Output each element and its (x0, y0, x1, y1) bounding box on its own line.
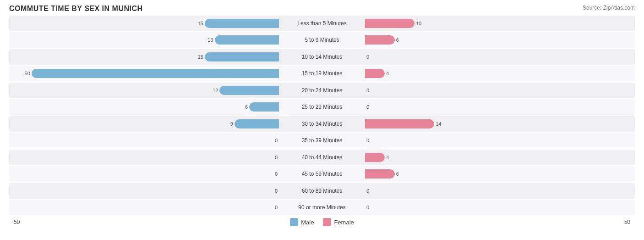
left-side: 15 (9, 16, 281, 31)
male-bar-wrap: 15 (9, 49, 281, 65)
female-bar: 6 (365, 169, 395, 179)
left-side: 13 (9, 32, 281, 48)
chart-row: 9 30 to 34 Minutes 14 (9, 116, 635, 132)
female-bar-wrap: 6 (363, 166, 635, 182)
male-bar-wrap: 0 (9, 133, 281, 148)
male-value: 13 (202, 37, 213, 43)
row-label: 15 to 19 Minutes (281, 70, 363, 77)
chart-row: 15 10 to 14 Minutes 0 (9, 49, 635, 65)
female-value: 10 (416, 21, 427, 26)
male-value: 0 (266, 205, 278, 210)
row-label: 45 to 59 Minutes (281, 171, 363, 177)
chart-row: 0 60 to 89 Minutes 0 (9, 183, 635, 199)
row-label: 90 or more Minutes (281, 204, 363, 211)
female-value: 14 (436, 121, 447, 127)
left-side: 12 (9, 83, 281, 98)
chart-row: 6 25 to 29 Minutes 0 (9, 99, 635, 115)
female-value: 0 (366, 88, 378, 93)
right-side: 0 (363, 99, 635, 115)
axis-left: 50 (14, 219, 41, 225)
right-side: 6 (363, 32, 635, 48)
female-bar-wrap: 0 (363, 133, 635, 148)
chart-row: 15 Less than 5 Minutes 10 (9, 16, 635, 31)
female-bar: 14 (365, 119, 434, 128)
male-value: 15 (192, 54, 203, 60)
legend-row: 50 Male Female 50 (9, 218, 635, 226)
male-bar-wrap: 50 (9, 66, 281, 81)
left-side: 0 (9, 133, 281, 148)
left-side: 0 (9, 150, 281, 165)
male-bar: 15 (205, 52, 279, 61)
left-side: 15 (9, 49, 281, 65)
chart-row: 0 90 or more Minutes 0 (9, 200, 635, 215)
female-bar-wrap: 0 (363, 200, 635, 215)
male-bar-wrap: 0 (9, 183, 281, 199)
male-bar-wrap: 12 (9, 83, 281, 98)
row-label: 30 to 34 Minutes (281, 121, 363, 127)
right-side: 0 (363, 183, 635, 199)
male-value: 0 (266, 171, 278, 177)
male-value: 6 (236, 104, 248, 110)
female-bar-wrap: 4 (363, 150, 635, 165)
male-bar: 15 (205, 19, 279, 28)
right-side: 10 (363, 16, 635, 31)
female-value: 4 (386, 155, 398, 160)
chart-row: 0 45 to 59 Minutes 6 (9, 166, 635, 182)
female-value: 0 (366, 54, 378, 60)
female-bar-wrap: 0 (363, 99, 635, 115)
male-bar-wrap: 15 (9, 16, 281, 31)
female-value: 0 (366, 104, 378, 110)
right-side: 4 (363, 150, 635, 165)
right-side: 6 (363, 166, 635, 182)
row-label: Less than 5 Minutes (281, 20, 363, 27)
right-side: 0 (363, 200, 635, 215)
source-label: Source: ZipAtlas.com (583, 5, 635, 11)
female-bar-wrap: 0 (363, 83, 635, 98)
left-side: 0 (9, 166, 281, 182)
chart-header: COMMUTE TIME BY SEX IN MUNICH Source: Zi… (9, 5, 635, 13)
left-side: 6 (9, 99, 281, 115)
male-bar: 13 (215, 35, 279, 45)
female-value: 6 (396, 37, 408, 43)
left-side: 0 (9, 183, 281, 199)
female-label: Female (334, 219, 354, 226)
male-value: 9 (222, 121, 233, 127)
female-bar-wrap: 14 (363, 116, 635, 132)
female-value: 4 (386, 71, 398, 76)
male-swatch (290, 218, 298, 226)
male-value: 0 (266, 188, 278, 194)
row-label: 20 to 24 Minutes (281, 87, 363, 94)
female-bar-wrap: 6 (363, 32, 635, 48)
male-value: 50 (19, 71, 30, 76)
male-value: 0 (266, 155, 278, 160)
male-bar: 9 (235, 119, 279, 128)
left-side: 50 (9, 66, 281, 81)
male-bar-wrap: 6 (9, 99, 281, 115)
legend-male: Male (290, 218, 314, 226)
chart-row: 0 40 to 44 Minutes 4 (9, 150, 635, 165)
row-label: 25 to 29 Minutes (281, 104, 363, 110)
female-swatch (323, 218, 331, 226)
chart-body: 15 Less than 5 Minutes 10 13 5 to 9 Minu… (9, 16, 635, 216)
right-side: 0 (363, 83, 635, 98)
male-bar: 12 (219, 86, 279, 95)
left-side: 9 (9, 116, 281, 132)
left-side: 0 (9, 200, 281, 215)
male-bar-wrap: 0 (9, 200, 281, 215)
female-bar: 4 (365, 153, 385, 162)
row-label: 60 to 89 Minutes (281, 188, 363, 194)
legend-female: Female (323, 218, 354, 226)
male-bar: 50 (32, 69, 279, 78)
right-side: 0 (363, 133, 635, 148)
male-label: Male (301, 219, 314, 226)
right-side: 4 (363, 66, 635, 81)
row-label: 35 to 39 Minutes (281, 137, 363, 144)
male-value: 15 (192, 21, 203, 26)
right-side: 0 (363, 49, 635, 65)
female-value: 0 (366, 188, 378, 194)
male-value: 12 (207, 88, 218, 93)
row-label: 5 to 9 Minutes (281, 37, 363, 43)
axis-right: 50 (603, 219, 630, 225)
chart-row: 50 15 to 19 Minutes 4 (9, 66, 635, 81)
female-bar-wrap: 0 (363, 49, 635, 65)
